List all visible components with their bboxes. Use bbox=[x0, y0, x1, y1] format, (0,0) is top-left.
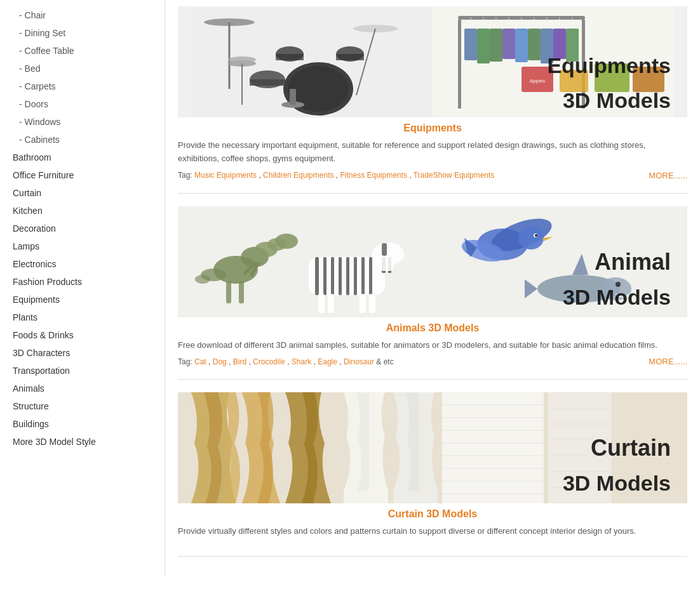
sidebar-item-animals[interactable]: Animals bbox=[0, 380, 165, 397]
svg-point-53 bbox=[275, 234, 298, 249]
sidebar-item-plants[interactable]: Plants bbox=[0, 308, 165, 326]
sidebar-item-structure[interactable]: Structure bbox=[0, 397, 165, 415]
category-block-animals: Animal 3D Models Animals 3D ModelsFree d… bbox=[178, 206, 687, 380]
tag-link-5[interactable]: Eagle bbox=[318, 357, 337, 366]
main-content: Apples Equipments 3D Models EquipmentsPr… bbox=[165, 0, 700, 576]
tag-link-0[interactable]: Music Equipments bbox=[194, 171, 257, 180]
sidebar-item-buildings[interactable]: Buildings bbox=[0, 415, 165, 433]
category-image-animals: Animal 3D Models bbox=[178, 206, 687, 317]
sidebar-item-transportation[interactable]: Transportation bbox=[0, 362, 165, 380]
category-description-equipments: Provide the necessary important equipmen… bbox=[178, 139, 687, 166]
svg-text:3D Models: 3D Models bbox=[563, 285, 671, 309]
svg-point-84 bbox=[535, 234, 537, 237]
category-title-equipments[interactable]: Equipments bbox=[178, 123, 687, 134]
svg-rect-11 bbox=[276, 54, 304, 60]
category-title-curtain[interactable]: Curtain 3D Models bbox=[178, 508, 687, 520]
svg-text:3D Models: 3D Models bbox=[563, 471, 671, 495]
sidebar-item-lamps[interactable]: Lamps bbox=[0, 237, 165, 255]
sidebar-item-office-furniture[interactable]: Office Furniture bbox=[0, 166, 165, 184]
tag-separator: , bbox=[206, 357, 213, 366]
svg-rect-73 bbox=[318, 294, 325, 313]
tag-separator: , bbox=[257, 171, 263, 180]
svg-text:Curtain: Curtain bbox=[591, 435, 671, 461]
category-image-curtain: Curtain 3D Models bbox=[178, 392, 687, 503]
tag-separator: , bbox=[227, 357, 233, 366]
sidebar-item-decoration[interactable]: Decoration bbox=[0, 220, 165, 237]
svg-text:Equipments: Equipments bbox=[547, 53, 671, 77]
tag-row-equipments: Tag: Music Equipments , Children Equipme… bbox=[178, 171, 687, 180]
svg-rect-13 bbox=[336, 54, 364, 60]
svg-rect-62 bbox=[323, 257, 326, 295]
category-image-equipments: Apples Equipments 3D Models bbox=[178, 6, 687, 117]
sidebar-item-foods-drinks[interactable]: Foods & Drinks bbox=[0, 326, 165, 344]
sidebar-item-chair[interactable]: - Chair bbox=[0, 6, 165, 24]
category-title-animals[interactable]: Animals 3D Models bbox=[178, 322, 687, 334]
svg-rect-67 bbox=[361, 257, 365, 295]
sidebar-item-curtain[interactable]: Curtain bbox=[0, 184, 165, 202]
tag-extra: & etc bbox=[374, 357, 394, 366]
svg-rect-54 bbox=[226, 281, 231, 303]
svg-point-8 bbox=[228, 56, 256, 63]
tag-link-4[interactable]: Shark bbox=[292, 357, 311, 366]
tag-separator: , bbox=[337, 357, 344, 366]
svg-rect-55 bbox=[239, 281, 244, 303]
tag-separator: , bbox=[333, 171, 340, 180]
svg-rect-75 bbox=[360, 294, 366, 313]
tag-link-2[interactable]: Bird bbox=[233, 357, 246, 366]
tag-link-3[interactable]: TradeShow Equipments bbox=[414, 171, 495, 180]
svg-text:Animal: Animal bbox=[595, 249, 671, 275]
svg-text:3D Models: 3D Models bbox=[563, 88, 671, 112]
sidebar-item-kitchen[interactable]: Kitchen bbox=[0, 202, 165, 220]
svg-rect-68 bbox=[369, 257, 372, 295]
tag-separator: , bbox=[246, 357, 253, 366]
sidebar-item-electronics[interactable]: Electronics bbox=[0, 255, 165, 273]
svg-point-57 bbox=[195, 275, 210, 284]
tag-link-3[interactable]: Crocodile bbox=[253, 357, 285, 366]
svg-rect-17 bbox=[290, 89, 296, 105]
tag-link-1[interactable]: Dog bbox=[213, 357, 227, 366]
sidebar-item-fashion-products[interactable]: Fashion Products bbox=[0, 273, 165, 291]
sidebar-item-3d-characters[interactable]: 3D Characters bbox=[0, 344, 165, 362]
svg-rect-20 bbox=[458, 20, 461, 109]
tag-link-1[interactable]: Children Equipments bbox=[263, 171, 333, 180]
sidebar-item-coffee-table[interactable]: - Coffee Table bbox=[0, 42, 165, 60]
tag-left-equipments: Tag: Music Equipments , Children Equipme… bbox=[178, 171, 494, 180]
svg-rect-25 bbox=[477, 29, 490, 63]
sidebar-item-windows[interactable]: - Windows bbox=[0, 113, 165, 131]
tag-separator: , bbox=[285, 357, 292, 366]
more-link-animals[interactable]: MORE...... bbox=[649, 357, 687, 366]
svg-rect-23 bbox=[464, 29, 477, 60]
svg-rect-65 bbox=[346, 257, 349, 295]
sidebar: - Chair- Dining Set- Coffee Table- Bed- … bbox=[0, 0, 165, 576]
category-description-curtain: Provide virtually different styles and c… bbox=[178, 525, 687, 538]
sidebar-item-bed[interactable]: - Bed bbox=[0, 60, 165, 77]
more-link-equipments[interactable]: MORE...... bbox=[649, 171, 687, 180]
sidebar-item-carpets[interactable]: - Carpets bbox=[0, 77, 165, 95]
sidebar-item-more-3d[interactable]: More 3D Model Style bbox=[0, 433, 165, 451]
svg-rect-6 bbox=[250, 79, 285, 86]
tag-row-animals: Tag: Cat , Dog , Bird , Crocodile , Shar… bbox=[178, 357, 687, 366]
svg-rect-31 bbox=[515, 29, 528, 62]
svg-rect-94 bbox=[442, 392, 544, 503]
sidebar-item-dining-set[interactable]: - Dining Set bbox=[0, 24, 165, 42]
svg-point-81 bbox=[518, 227, 544, 249]
tag-separator: , bbox=[407, 171, 414, 180]
svg-rect-27 bbox=[490, 29, 502, 62]
tag-link-2[interactable]: Fitness Equipments bbox=[340, 171, 407, 180]
sidebar-item-bathroom[interactable]: Bathroom bbox=[0, 149, 165, 166]
svg-rect-63 bbox=[331, 257, 334, 295]
svg-rect-76 bbox=[369, 294, 375, 313]
svg-rect-66 bbox=[354, 257, 357, 295]
svg-rect-64 bbox=[339, 257, 342, 295]
tag-label-animals: Tag: bbox=[178, 357, 194, 366]
sidebar-item-equipments[interactable]: Equipments bbox=[0, 291, 165, 308]
tag-link-6[interactable]: Dinosaur bbox=[344, 357, 374, 366]
svg-rect-74 bbox=[328, 294, 334, 313]
svg-rect-77 bbox=[382, 243, 387, 256]
category-description-animals: Free download of different 3D animal sam… bbox=[178, 339, 687, 352]
sidebar-item-cabinets[interactable]: - Cabinets bbox=[0, 131, 165, 149]
tag-separator: , bbox=[311, 357, 318, 366]
svg-rect-29 bbox=[502, 29, 515, 59]
tag-link-0[interactable]: Cat bbox=[194, 357, 206, 366]
sidebar-item-doors[interactable]: - Doors bbox=[0, 95, 165, 113]
